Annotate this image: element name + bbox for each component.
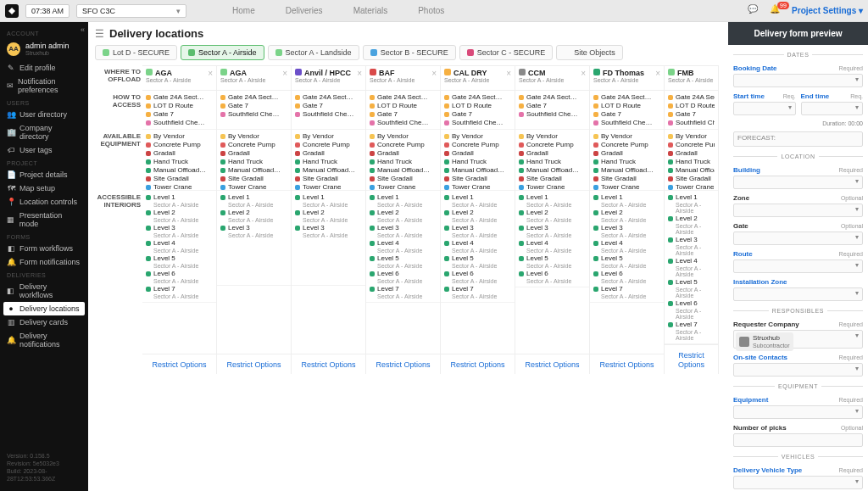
level-chip[interactable]: Level 2: [295, 209, 362, 216]
chip[interactable]: Gate 7: [519, 102, 586, 109]
level-chip[interactable]: Level 3: [593, 224, 660, 232]
chip[interactable]: Gate 7: [444, 110, 511, 118]
restrict-link[interactable]: Restrict Options: [678, 351, 704, 369]
chip[interactable]: Tower Crane: [295, 183, 362, 191]
level-chip[interactable]: Level 1: [668, 193, 715, 201]
chip[interactable]: Hand Truck: [220, 158, 287, 165]
chip[interactable]: Concrete Pump: [146, 141, 213, 148]
sidebar-user[interactable]: AA admin admin Struxhub: [0, 38, 88, 61]
chip[interactable]: Gradall: [519, 149, 586, 157]
chip[interactable]: Manual Offload…: [220, 166, 287, 174]
sidebar-collapse-icon[interactable]: «: [81, 25, 85, 34]
chip[interactable]: By Vendor: [668, 132, 715, 140]
input-route[interactable]: [733, 259, 863, 273]
project-settings-menu[interactable]: Project Settings: [792, 6, 863, 15]
lane-close-icon[interactable]: ×: [581, 69, 586, 87]
level-chip[interactable]: Level 1: [220, 193, 287, 201]
level-chip[interactable]: Level 6: [593, 270, 660, 277]
restrict-link[interactable]: Restrict Options: [301, 360, 355, 369]
sidebar-item[interactable]: 📄Project details: [0, 168, 88, 181]
nav-materials[interactable]: Materials: [348, 3, 393, 19]
level-chip[interactable]: Level 3: [295, 224, 362, 232]
sidebar-item[interactable]: ✎Edit profile: [0, 61, 88, 75]
chip[interactable]: Gate 7: [295, 102, 362, 109]
chip[interactable]: Site Gradall: [593, 175, 660, 182]
chip[interactable]: Southfield Che…: [668, 119, 715, 126]
level-chip[interactable]: Level 3: [146, 224, 213, 232]
chip[interactable]: LOT D Route: [146, 102, 213, 109]
chip[interactable]: Concrete Pump: [220, 141, 287, 148]
chip[interactable]: Manual Offload…: [295, 166, 362, 174]
level-chip[interactable]: Level 2: [519, 209, 586, 216]
location-tab[interactable]: Lot D - SECURE: [95, 45, 177, 60]
chip[interactable]: Site Gradall: [146, 175, 213, 182]
chip[interactable]: Hand Truck: [370, 158, 437, 165]
chip[interactable]: Gate 24A Sect…: [593, 93, 660, 101]
level-chip[interactable]: Level 6: [668, 299, 715, 307]
lane-close-icon[interactable]: ×: [506, 69, 511, 87]
chip[interactable]: Gradall: [295, 149, 362, 157]
chip[interactable]: Concrete Pump: [668, 141, 715, 148]
restrict-link[interactable]: Restrict Options: [599, 360, 654, 369]
level-chip[interactable]: Level 6: [519, 270, 586, 277]
level-chip[interactable]: Level 4: [146, 239, 213, 247]
lane-close-icon[interactable]: ×: [357, 69, 362, 87]
lane-close-icon[interactable]: ×: [208, 69, 213, 87]
level-chip[interactable]: Level 1: [146, 193, 213, 201]
chip[interactable]: Hand Truck: [519, 158, 586, 165]
chip[interactable]: By Vendor: [519, 132, 586, 140]
level-chip[interactable]: Level 2: [370, 209, 437, 216]
level-chip[interactable]: Level 6: [146, 270, 213, 277]
level-chip[interactable]: Level 6: [370, 270, 437, 277]
level-chip[interactable]: Level 2: [444, 209, 511, 216]
input-end-time[interactable]: [801, 102, 864, 115]
level-chip[interactable]: Level 5: [444, 254, 511, 262]
sidebar-item[interactable]: ✉Notification preferences: [0, 75, 88, 97]
chip[interactable]: Gate 7: [146, 110, 213, 118]
chip[interactable]: Southfield Che…: [146, 119, 213, 126]
level-chip[interactable]: Level 3: [220, 224, 287, 232]
restrict-link[interactable]: Restrict Options: [152, 360, 206, 369]
sidebar-item[interactable]: 🗺Map setup: [0, 181, 88, 195]
input-booking-date[interactable]: [733, 74, 863, 87]
level-chip[interactable]: Level 1: [370, 193, 437, 201]
level-chip[interactable]: Level 5: [519, 254, 586, 262]
chip[interactable]: Gate 7: [220, 102, 287, 109]
level-chip[interactable]: Level 1: [519, 193, 586, 201]
chip[interactable]: LOT D Route: [444, 102, 511, 109]
chip[interactable]: By Vendor: [593, 132, 660, 140]
chip[interactable]: Manual Offload…: [370, 166, 437, 174]
level-chip[interactable]: Level 2: [220, 209, 287, 216]
chip[interactable]: Tower Crane: [668, 183, 715, 191]
project-picker[interactable]: SFO C3C: [76, 4, 186, 18]
chip[interactable]: Gradall: [593, 149, 660, 157]
lane-close-icon[interactable]: ×: [655, 69, 660, 87]
chip[interactable]: Site Gradall: [295, 175, 362, 182]
chip[interactable]: Gate 7: [593, 110, 660, 118]
chip[interactable]: Hand Truck: [593, 158, 660, 165]
chip[interactable]: LOT D Route: [668, 102, 715, 109]
chip[interactable]: Site Gradall: [444, 175, 511, 182]
chip[interactable]: Gradall: [146, 149, 213, 157]
chip[interactable]: Gate 7: [668, 110, 715, 118]
restrict-link[interactable]: Restrict Options: [226, 360, 281, 369]
location-tab[interactable]: Sector A - Landside: [268, 45, 359, 60]
level-chip[interactable]: Level 3: [519, 224, 586, 232]
restrict-link[interactable]: Restrict Options: [450, 360, 504, 369]
chip[interactable]: Concrete Pump: [593, 141, 660, 148]
level-chip[interactable]: Level 7: [146, 285, 213, 293]
chip[interactable]: Gate 24A Sect…: [444, 93, 511, 101]
input-zone[interactable]: [733, 204, 863, 217]
level-chip[interactable]: Level 2: [593, 209, 660, 216]
level-chip[interactable]: Level 2: [668, 215, 715, 222]
menu-icon[interactable]: ☰: [95, 28, 104, 40]
chip[interactable]: Southfield Che…: [295, 110, 362, 118]
level-chip[interactable]: Level 1: [295, 193, 362, 201]
chip[interactable]: Hand Truck: [146, 158, 213, 165]
nav-deliveries[interactable]: Deliveries: [281, 3, 328, 19]
level-chip[interactable]: Level 5: [146, 254, 213, 262]
chip[interactable]: Site Gradall: [668, 175, 715, 182]
chip[interactable]: Manual Offload…: [593, 166, 660, 174]
chip[interactable]: Site Gradall: [519, 175, 586, 182]
chip[interactable]: Gradall: [444, 149, 511, 157]
